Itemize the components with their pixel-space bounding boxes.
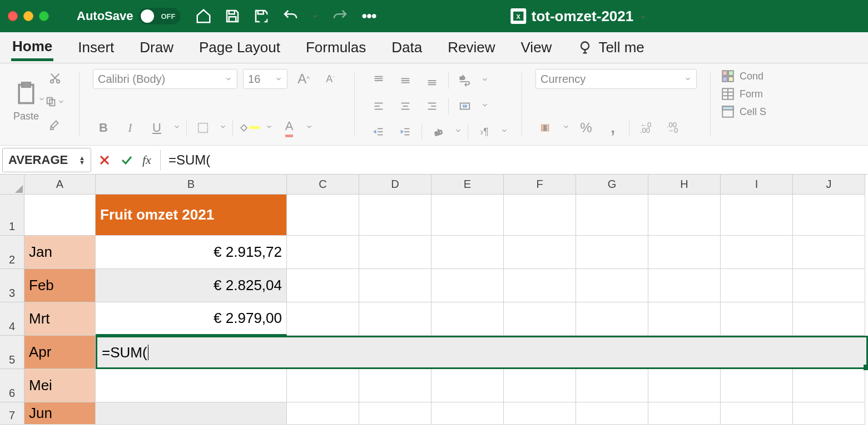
autosave-control[interactable]: AutoSave OFF	[77, 8, 181, 24]
cell-D7[interactable]	[359, 402, 431, 425]
cell-I2[interactable]	[721, 236, 793, 269]
cell-I3[interactable]	[721, 269, 793, 302]
undo-icon[interactable]	[282, 8, 299, 24]
increase-font-icon[interactable]: A^	[293, 69, 314, 88]
cell-E3[interactable]	[431, 269, 504, 302]
orientation-icon[interactable]: ab	[428, 122, 449, 141]
cell-I7[interactable]	[721, 402, 793, 425]
cell-H1[interactable]	[648, 195, 721, 236]
comma-icon[interactable]: ,	[602, 118, 623, 137]
increase-indent-icon[interactable]	[395, 122, 416, 141]
fx-icon[interactable]: fx	[142, 153, 151, 167]
cell-E4[interactable]	[431, 302, 504, 336]
tab-draw[interactable]: Draw	[138, 36, 175, 59]
format-as-table-button[interactable]: Form	[721, 87, 766, 101]
cell-F2[interactable]	[504, 236, 576, 269]
cell-D4[interactable]	[359, 302, 431, 336]
formula-input[interactable]: =SUM(	[165, 152, 868, 168]
cell-B3[interactable]: € 2.825,04	[96, 269, 287, 302]
percent-icon[interactable]: %	[576, 118, 597, 137]
cell-H4[interactable]	[648, 302, 721, 336]
rtl-icon[interactable]: ›¶	[474, 122, 495, 141]
font-size-select[interactable]: 16	[243, 69, 287, 89]
align-center-icon[interactable]	[395, 97, 416, 116]
decrease-decimal-icon[interactable]: .00→0	[662, 118, 683, 137]
cell-G2[interactable]	[576, 236, 648, 269]
cell-B5-editing[interactable]: =SUM(	[96, 336, 868, 369]
cancel-formula-button[interactable]	[93, 149, 116, 171]
cell-C4[interactable]	[287, 302, 359, 336]
paste-button[interactable]: Paste	[13, 82, 39, 122]
align-right-icon[interactable]	[421, 97, 443, 116]
cell-B1[interactable]: Fruit omzet 2021	[96, 195, 287, 236]
cell-I6[interactable]	[721, 369, 793, 402]
cell-I1[interactable]	[721, 195, 793, 236]
tab-view[interactable]: View	[520, 36, 553, 59]
tab-home[interactable]: Home	[11, 34, 53, 61]
cell-H3[interactable]	[648, 269, 721, 302]
cell-G4[interactable]	[576, 302, 648, 336]
cell-F7[interactable]	[504, 402, 576, 425]
row-header-1[interactable]: 1	[0, 195, 24, 236]
underline-button[interactable]: U	[146, 118, 167, 137]
column-header-F[interactable]: F	[504, 175, 576, 195]
cell-D3[interactable]	[359, 269, 431, 302]
increase-decimal-icon[interactable]: ←0.00	[635, 118, 656, 137]
tab-review[interactable]: Review	[447, 36, 496, 59]
cell-H2[interactable]	[648, 236, 721, 269]
cell-J1[interactable]	[793, 195, 865, 236]
confirm-formula-button[interactable]	[116, 149, 138, 171]
cell-J2[interactable]	[793, 236, 865, 269]
tab-page-layout[interactable]: Page Layout	[198, 36, 281, 59]
wrap-text-icon[interactable]: ab	[454, 71, 475, 90]
column-header-A[interactable]: A	[24, 175, 96, 195]
cell-D2[interactable]	[359, 236, 431, 269]
tab-insert[interactable]: Insert	[77, 36, 115, 59]
save-icon[interactable]	[224, 8, 241, 24]
merge-icon[interactable]	[454, 97, 475, 116]
cell-B2[interactable]: € 2.915,72	[96, 236, 287, 269]
row-header-3[interactable]: 3	[0, 269, 24, 302]
font-name-select[interactable]: Calibri (Body)	[93, 69, 237, 89]
row-header-5[interactable]: 5	[0, 336, 24, 369]
document-title[interactable]: X tot-omzet-2021	[510, 8, 647, 25]
cell-F4[interactable]	[504, 302, 576, 336]
save-edit-icon[interactable]	[253, 8, 270, 24]
cell-E7[interactable]	[431, 402, 504, 425]
more-icon[interactable]	[361, 8, 378, 24]
align-left-icon[interactable]	[368, 97, 389, 116]
column-header-H[interactable]: H	[648, 175, 721, 195]
column-header-C[interactable]: C	[287, 175, 359, 195]
row-header-6[interactable]: 6	[0, 369, 24, 402]
cell-A1[interactable]	[24, 195, 96, 236]
cell-J4[interactable]	[793, 302, 865, 336]
cell-C1[interactable]	[287, 195, 359, 236]
tab-formulas[interactable]: Formulas	[305, 36, 367, 59]
column-header-E[interactable]: E	[431, 175, 504, 195]
font-color-icon[interactable]: A	[279, 118, 300, 137]
redo-icon[interactable]	[332, 8, 349, 24]
cell-G3[interactable]	[576, 269, 648, 302]
cell-J6[interactable]	[793, 369, 865, 402]
home-icon[interactable]	[195, 8, 212, 24]
align-bottom-icon[interactable]	[421, 71, 443, 90]
column-header-G[interactable]: G	[576, 175, 648, 195]
cell-J7[interactable]	[793, 402, 865, 425]
select-all-corner[interactable]	[0, 175, 24, 195]
cell-D6[interactable]	[359, 369, 431, 402]
fill-color-icon[interactable]	[239, 118, 260, 137]
borders-icon[interactable]	[192, 118, 214, 137]
bold-button[interactable]: B	[93, 118, 114, 137]
cell-F3[interactable]	[504, 269, 576, 302]
format-painter-icon[interactable]	[44, 116, 66, 135]
autosave-toggle[interactable]: OFF	[138, 8, 181, 24]
name-box-stepper[interactable]: ▲▼	[79, 156, 85, 165]
align-middle-icon[interactable]	[395, 71, 416, 90]
cell-D1[interactable]	[359, 195, 431, 236]
cell-A7[interactable]: Jun	[24, 402, 96, 425]
column-header-J[interactable]: J	[793, 175, 865, 195]
row-header-4[interactable]: 4	[0, 302, 24, 336]
decrease-font-icon[interactable]: Aˇ	[320, 69, 341, 88]
italic-button[interactable]: I	[120, 118, 141, 137]
undo-dropdown-icon[interactable]	[311, 8, 320, 24]
